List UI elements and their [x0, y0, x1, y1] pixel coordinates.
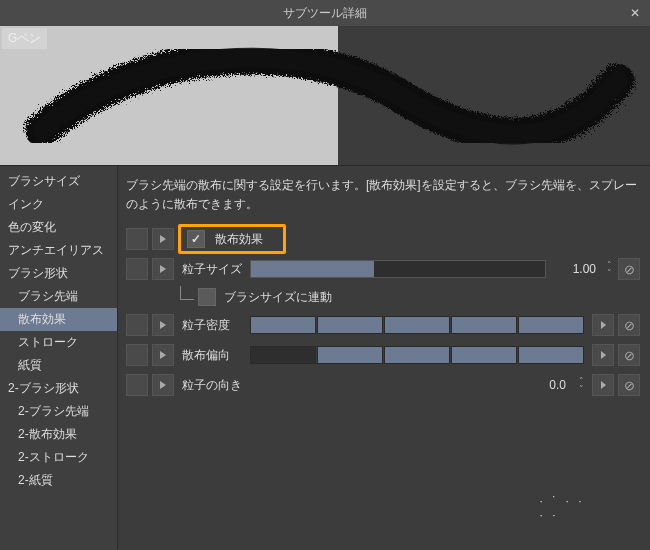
chevron-down-icon[interactable]: ˅ — [602, 269, 616, 277]
sidebar-item-brush-size[interactable]: ブラシサイズ — [0, 170, 117, 193]
scatter-preview: · ˙ · ·· · — [502, 476, 622, 540]
particle-orientation-reset[interactable] — [618, 374, 640, 396]
particle-density-dynamics[interactable] — [592, 314, 614, 336]
row-scatter-deviation: 散布偏向 — [126, 342, 640, 368]
sidebar-item-scatter-effect[interactable]: 散布効果 — [0, 308, 117, 331]
sidebar-item-brush-tip[interactable]: ブラシ先端 — [0, 285, 117, 308]
sidebar-item-2-texture[interactable]: 2-紙質 — [0, 469, 117, 492]
sidebar-item-brush-shape[interactable]: ブラシ形状 — [0, 262, 117, 285]
particle-size-label: 粒子サイズ — [178, 261, 246, 278]
brush-preview: Gペン — [0, 26, 650, 166]
scatter-deviation-label: 散布偏向 — [178, 347, 246, 364]
expand-toggle[interactable] — [152, 314, 174, 336]
brush-stroke-preview — [0, 26, 650, 165]
particle-orientation-value: 0.0 — [522, 378, 570, 392]
particle-orientation-spinner[interactable]: ˄˅ — [574, 374, 588, 396]
particle-orientation-dynamics[interactable] — [592, 374, 614, 396]
particle-density-reset[interactable] — [618, 314, 640, 336]
scatter-deviation-dynamics[interactable] — [592, 344, 614, 366]
window-title: サブツール詳細 — [283, 5, 367, 22]
row-link-brush-size: ブラシサイズに連動 — [126, 286, 640, 308]
show-toggle[interactable] — [126, 374, 148, 396]
link-brush-size-checkbox[interactable] — [198, 288, 216, 306]
panel-description: ブラシ先端の散布に関する設定を行います。[散布効果]を設定すると、ブラシ先端を、… — [126, 176, 640, 214]
row-particle-size: 粒子サイズ 1.00 ˄˅ — [126, 256, 640, 282]
sidebar-item-2-brush-tip[interactable]: 2-ブラシ先端 — [0, 400, 117, 423]
row-scatter-effect: 散布効果 — [126, 226, 640, 252]
expand-toggle[interactable] — [152, 374, 174, 396]
show-toggle[interactable] — [126, 314, 148, 336]
sidebar-item-texture[interactable]: 紙質 — [0, 354, 117, 377]
scatter-effect-checkbox[interactable] — [187, 230, 205, 248]
titlebar: サブツール詳細 ✕ — [0, 0, 650, 26]
row-particle-density: 粒子密度 — [126, 312, 640, 338]
scatter-deviation-slider[interactable] — [250, 346, 584, 364]
particle-size-reset[interactable] — [618, 258, 640, 280]
body: ブラシサイズ インク 色の変化 アンチエイリアス ブラシ形状 ブラシ先端 散布効… — [0, 166, 650, 550]
show-toggle[interactable] — [126, 228, 148, 250]
particle-density-label: 粒子密度 — [178, 317, 246, 334]
particle-density-slider[interactable] — [250, 316, 584, 334]
sidebar-item-antialias[interactable]: アンチエイリアス — [0, 239, 117, 262]
tree-connector-icon — [180, 286, 194, 300]
expand-toggle[interactable] — [152, 344, 174, 366]
scatter-deviation-reset[interactable] — [618, 344, 640, 366]
show-toggle[interactable] — [126, 344, 148, 366]
scatter-effect-highlight: 散布効果 — [178, 224, 286, 254]
sidebar-item-2-scatter-effect[interactable]: 2-散布効果 — [0, 423, 117, 446]
scatter-effect-label: 散布効果 — [211, 231, 267, 248]
sidebar-item-stroke[interactable]: ストローク — [0, 331, 117, 354]
sidebar-item-2-stroke[interactable]: 2-ストローク — [0, 446, 117, 469]
particle-orientation-label: 粒子の向き — [178, 377, 246, 394]
row-particle-orientation: 粒子の向き 0.0 ˄˅ — [126, 372, 640, 398]
category-sidebar: ブラシサイズ インク 色の変化 アンチエイリアス ブラシ形状 ブラシ先端 散布効… — [0, 166, 118, 550]
sidebar-item-color-change[interactable]: 色の変化 — [0, 216, 117, 239]
chevron-down-icon[interactable]: ˅ — [574, 385, 588, 393]
sidebar-item-2-brush-shape[interactable]: 2-ブラシ形状 — [0, 377, 117, 400]
close-button[interactable]: ✕ — [626, 4, 644, 22]
show-toggle[interactable] — [126, 258, 148, 280]
sidebar-item-ink[interactable]: インク — [0, 193, 117, 216]
settings-panel: ブラシ先端の散布に関する設定を行います。[散布効果]を設定すると、ブラシ先端を、… — [118, 166, 650, 550]
particle-size-slider[interactable] — [250, 260, 546, 278]
scatter-dots-icon: · ˙ · ·· · — [540, 494, 585, 522]
expand-toggle[interactable] — [152, 258, 174, 280]
particle-size-value: 1.00 — [552, 262, 600, 276]
subtool-detail-window: サブツール詳細 ✕ Gペン ブラシサイズ インク 色の変化 アンチエイリアス ブ… — [0, 0, 650, 550]
link-brush-size-label: ブラシサイズに連動 — [220, 289, 336, 306]
particle-size-spinner[interactable]: ˄˅ — [602, 258, 616, 280]
expand-toggle[interactable] — [152, 228, 174, 250]
